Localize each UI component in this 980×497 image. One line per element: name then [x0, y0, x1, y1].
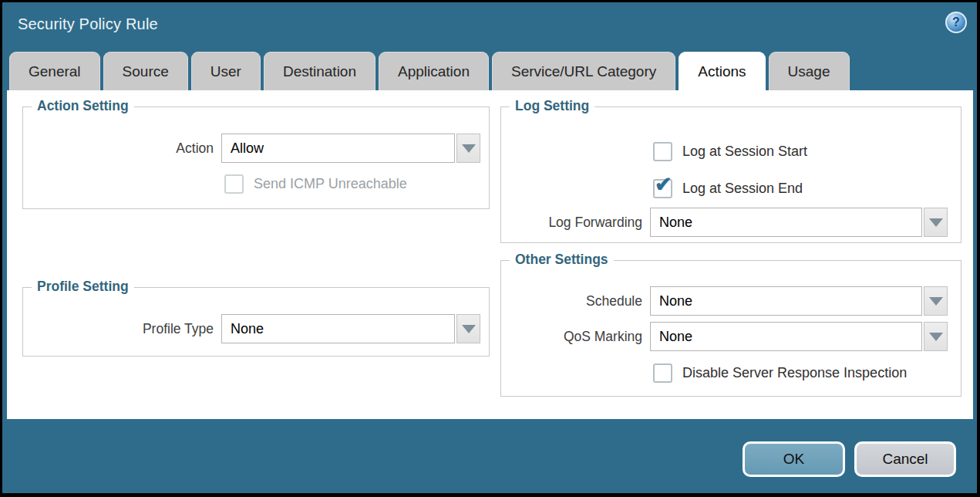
send-icmp-unreachable-checkbox: [224, 174, 244, 194]
log-at-session-end-checkbox[interactable]: [653, 179, 672, 198]
profile-setting-legend: Profile Setting: [32, 279, 134, 295]
qos-marking-row: QoS Marking None: [501, 322, 961, 351]
tab-actions-label: Actions: [698, 63, 746, 80]
profile-type-row: Profile Type None: [23, 314, 489, 343]
send-icmp-unreachable-label: Send ICMP Unreachable: [254, 176, 407, 192]
chevron-down-icon: [462, 325, 476, 333]
profile-type-dropdown-value[interactable]: None: [221, 314, 455, 343]
tab-content-panel: Action Setting Action Allow Send ICMP Un…: [7, 90, 973, 419]
help-icon-glyph: ?: [952, 15, 960, 29]
schedule-dropdown-value[interactable]: None: [650, 286, 922, 316]
log-at-session-start-label: Log at Session Start: [682, 144, 807, 160]
log-at-session-start-checkbox[interactable]: [653, 142, 672, 161]
action-dropdown-value[interactable]: Allow: [221, 134, 455, 163]
action-label: Action: [23, 140, 214, 157]
other-settings-legend: Other Settings: [510, 252, 614, 268]
profile-setting-group: Profile Setting Profile Type None: [22, 287, 490, 357]
profile-type-dropdown[interactable]: None: [221, 314, 480, 343]
tab-user[interactable]: User: [191, 52, 261, 90]
chevron-down-icon: [462, 144, 476, 153]
qos-marking-dropdown-button[interactable]: [924, 322, 948, 351]
log-setting-group: Log Setting Log at Session Start Log at …: [500, 106, 961, 243]
tab-application[interactable]: Application: [379, 52, 489, 90]
dialog-window: Security Policy Rule ? General Source Us…: [2, 2, 977, 493]
tab-destination[interactable]: Destination: [264, 52, 375, 90]
log-forwarding-dropdown-button[interactable]: [924, 208, 948, 237]
tab-service-url-category[interactable]: Service/URL Category: [492, 52, 675, 90]
log-forwarding-label: Log Forwarding: [501, 215, 642, 231]
action-row: Action Allow: [23, 134, 489, 163]
log-at-session-end-row: Log at Session End: [653, 178, 803, 198]
send-icmp-unreachable-row: Send ICMP Unreachable: [224, 174, 407, 194]
action-dropdown-button[interactable]: [456, 134, 480, 163]
disable-server-response-inspection-row: Disable Server Response Inspection: [653, 363, 907, 383]
log-forwarding-dropdown[interactable]: None: [650, 208, 948, 237]
profile-type-dropdown-button[interactable]: [456, 314, 480, 343]
disable-server-response-inspection-label: Disable Server Response Inspection: [682, 365, 907, 381]
tab-user-label: User: [210, 63, 241, 80]
tab-usage[interactable]: Usage: [769, 52, 850, 90]
chevron-down-icon: [929, 333, 943, 341]
tab-source[interactable]: Source: [103, 52, 188, 90]
action-dropdown[interactable]: Allow: [221, 134, 480, 163]
qos-marking-dropdown-value[interactable]: None: [650, 322, 922, 351]
log-at-session-end-label: Log at Session End: [682, 181, 803, 197]
tab-destination-label: Destination: [283, 63, 356, 80]
log-at-session-start-row: Log at Session Start: [653, 141, 807, 161]
disable-server-response-inspection-checkbox[interactable]: [653, 363, 672, 383]
dialog-title: Security Policy Rule: [18, 15, 158, 33]
help-icon[interactable]: ?: [945, 12, 967, 33]
tab-service-url-category-label: Service/URL Category: [511, 63, 656, 80]
other-settings-group: Other Settings Schedule None QoS Marking…: [500, 260, 961, 397]
log-forwarding-row: Log Forwarding None: [501, 208, 961, 237]
tab-source-label: Source: [123, 63, 169, 80]
schedule-dropdown[interactable]: None: [650, 286, 948, 316]
schedule-dropdown-button[interactable]: [924, 286, 948, 316]
tab-general[interactable]: General: [9, 52, 100, 90]
log-setting-legend: Log Setting: [510, 98, 594, 114]
tab-general-label: General: [29, 63, 81, 80]
qos-marking-label: QoS Marking: [501, 329, 642, 345]
schedule-label: Schedule: [501, 293, 642, 309]
chevron-down-icon: [929, 218, 943, 227]
chevron-down-icon: [929, 297, 943, 306]
tab-bar: General Source User Destination Applicat…: [9, 52, 850, 90]
ok-button[interactable]: OK: [743, 441, 845, 477]
action-setting-legend: Action Setting: [32, 98, 134, 114]
profile-type-label: Profile Type: [23, 321, 214, 337]
tab-usage-label: Usage: [788, 63, 830, 80]
log-forwarding-dropdown-value[interactable]: None: [650, 208, 922, 237]
action-setting-group: Action Setting Action Allow Send ICMP Un…: [22, 106, 490, 209]
tab-application-label: Application: [398, 63, 470, 80]
tab-actions[interactable]: Actions: [679, 52, 765, 90]
qos-marking-dropdown[interactable]: None: [650, 322, 948, 351]
schedule-row: Schedule None: [501, 286, 961, 316]
cancel-button[interactable]: Cancel: [854, 441, 956, 477]
